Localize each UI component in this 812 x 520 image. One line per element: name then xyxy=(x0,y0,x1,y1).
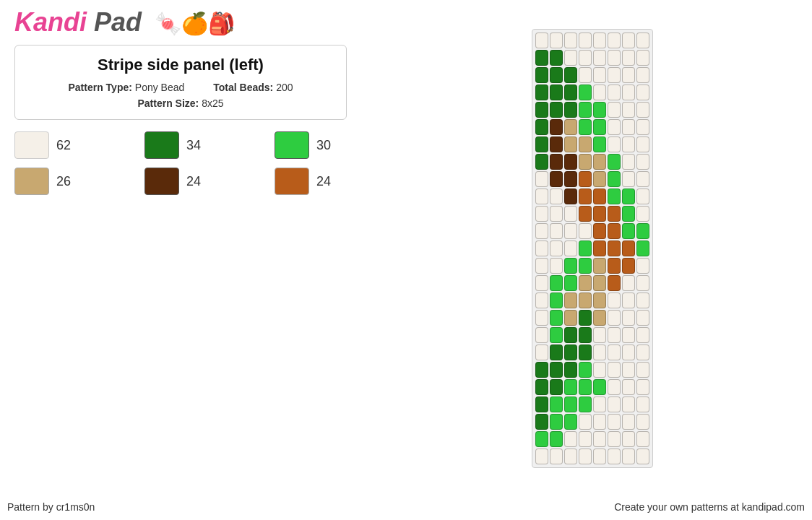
pattern-title: Stripe side panel (left) xyxy=(30,56,332,74)
swatch-item: 24 xyxy=(275,168,390,195)
swatch-item: 62 xyxy=(14,131,130,159)
swatch-item: 30 xyxy=(275,131,390,159)
bead-cell xyxy=(535,32,548,48)
bead-cell xyxy=(608,154,621,170)
bead-cell xyxy=(579,431,592,447)
bead-cell xyxy=(593,50,606,66)
bead-cell xyxy=(608,50,621,66)
bead-cell xyxy=(550,240,563,256)
bead-cell xyxy=(579,344,592,360)
bead-cell xyxy=(636,240,649,256)
bead-cell xyxy=(636,292,649,308)
bead-cell xyxy=(535,448,548,464)
bead-cell xyxy=(579,379,592,395)
bead-cell xyxy=(636,258,649,274)
bead-cell xyxy=(535,154,548,170)
bead-cell xyxy=(636,396,649,412)
pattern-size-row: Pattern Size: 8x25 xyxy=(30,98,332,109)
bead-cell xyxy=(622,258,635,274)
bead-cell xyxy=(593,84,606,100)
bead-cell xyxy=(550,362,563,378)
swatch-count: 30 xyxy=(316,138,331,153)
bead-cell xyxy=(622,362,635,378)
bead-cell xyxy=(636,32,649,48)
bead-cell xyxy=(564,240,577,256)
bead-cell xyxy=(593,154,606,170)
bead-cell xyxy=(593,379,606,395)
bead-cell xyxy=(636,327,649,343)
type-label: Pattern Type: xyxy=(68,82,131,93)
bead-cell xyxy=(535,171,548,187)
bead-cell xyxy=(535,206,548,222)
bead-cell xyxy=(593,206,606,222)
bead-cell xyxy=(636,154,649,170)
type-value: Pony Bead xyxy=(135,82,185,93)
bead-cell xyxy=(535,327,548,343)
bead-cell xyxy=(564,396,577,412)
bead-cell xyxy=(593,327,606,343)
bead-cell xyxy=(564,327,577,343)
bead-cell xyxy=(608,292,621,308)
bead-cell xyxy=(636,206,649,222)
bead-cell xyxy=(564,431,577,447)
bead-cell xyxy=(608,396,621,412)
bead-cell xyxy=(636,362,649,378)
bead-cell xyxy=(564,154,577,170)
bead-cell xyxy=(608,84,621,100)
bead-cell xyxy=(579,32,592,48)
bead-cell xyxy=(564,448,577,464)
bead-cell xyxy=(608,327,621,343)
bead-cell xyxy=(550,431,563,447)
bead-cell xyxy=(550,292,563,308)
info-row-1: Pattern Type: Pony Bead Total Beads: 200 xyxy=(30,82,332,93)
bead-cell xyxy=(608,119,621,135)
bead-cell xyxy=(622,414,635,430)
bead-cell xyxy=(636,171,649,187)
bead-cell xyxy=(579,240,592,256)
bead-cell xyxy=(579,448,592,464)
bead-cell xyxy=(535,310,548,326)
bead-cell xyxy=(622,431,635,447)
bead-cell xyxy=(593,240,606,256)
bead-cell xyxy=(579,258,592,274)
bead-cell xyxy=(564,206,577,222)
bead-cell xyxy=(593,67,606,83)
bead-cell xyxy=(550,327,563,343)
bead-cell xyxy=(593,448,606,464)
bead-cell xyxy=(535,119,548,135)
bead-cell xyxy=(608,136,621,152)
bead-cell xyxy=(550,396,563,412)
bead-cell xyxy=(593,188,606,204)
bead-cell xyxy=(564,32,577,48)
swatch-count: 26 xyxy=(56,174,71,189)
bead-cell xyxy=(593,344,606,360)
bead-cell xyxy=(608,67,621,83)
size-label: Pattern Size: xyxy=(137,98,199,109)
bead-cell xyxy=(636,431,649,447)
bead-cell xyxy=(579,310,592,326)
bead-cell xyxy=(593,275,606,291)
bead-cell xyxy=(622,119,635,135)
bead-cell xyxy=(550,119,563,135)
bead-cell xyxy=(535,84,548,100)
bead-cell xyxy=(564,50,577,66)
bead-cell xyxy=(550,275,563,291)
beads-label: Total Beads: xyxy=(213,82,273,93)
logo-kandi: Kandi xyxy=(14,7,87,37)
bead-cell xyxy=(622,379,635,395)
size-value: 8x25 xyxy=(202,98,223,109)
bead-cell xyxy=(608,448,621,464)
bead-cell xyxy=(622,67,635,83)
bead-cell xyxy=(593,414,606,430)
bead-cell xyxy=(535,414,548,430)
bead-cell xyxy=(579,67,592,83)
bead-cell xyxy=(622,327,635,343)
bead-cell xyxy=(579,396,592,412)
bead-cell xyxy=(535,362,548,378)
bead-cell xyxy=(564,171,577,187)
swatch-color xyxy=(14,168,49,195)
bead-cell xyxy=(622,292,635,308)
swatch-item: 24 xyxy=(144,168,260,195)
bead-cell xyxy=(579,414,592,430)
bead-cell xyxy=(636,119,649,135)
